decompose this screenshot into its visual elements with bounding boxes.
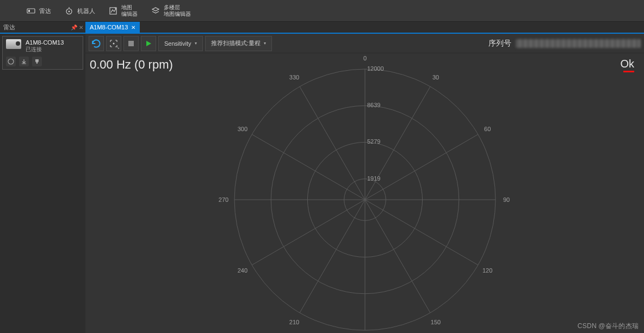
panel-title-bar: 雷达 📌 ✕ [0,23,85,32]
chevron-down-icon: ▾ [195,41,197,46]
menu-multifloor-editor[interactable]: 多楼层 地图编辑器 [145,2,196,19]
svg-text:30: 30 [432,74,438,81]
sensitivity-label: Sensitivity [164,40,191,47]
device-settings-button[interactable] [6,57,16,66]
svg-text:60: 60 [484,126,491,132]
svg-rect-8 [128,41,134,46]
svg-point-7 [113,42,115,44]
menu-robot[interactable]: 机器人 [59,4,101,18]
svg-text:300: 300 [237,126,247,132]
chevron-down-icon: ▾ [264,41,266,46]
menu-radar[interactable]: 雷达 [21,4,57,18]
sidebar: A1M8-COM13 已连接 [0,34,85,333]
radar-icon [26,6,36,16]
robot-icon [64,6,74,16]
app-icon-spacer [4,0,18,21]
menu-robot-label: 机器人 [77,8,95,14]
svg-text:270: 270 [218,196,228,203]
svg-text:150: 150 [430,319,440,325]
svg-text:330: 330 [289,74,299,81]
menu-radar-label: 雷达 [39,8,51,14]
serial-label: 序列号 [488,39,511,48]
device-state: 已连接 [26,46,64,53]
svg-text:5279: 5279 [367,138,380,145]
serial-value-redacted [516,39,641,48]
svg-text:120: 120 [482,267,492,274]
svg-text:90: 90 [503,196,509,203]
svg-text:240: 240 [237,267,247,274]
svg-text:0: 0 [363,55,366,61]
svg-text:1919: 1919 [367,175,380,182]
svg-text:210: 210 [289,319,299,325]
panel-pin-close[interactable]: 📌 ✕ [71,24,83,30]
refresh-button[interactable] [89,36,104,51]
tab-close-icon[interactable]: ✕ [131,24,135,30]
device-card[interactable]: A1M8-COM13 已连接 [2,36,83,70]
layers-icon [151,6,160,16]
device-trophy-button[interactable] [32,57,42,66]
menu-map-editor[interactable]: 地图 编辑器 [103,2,143,19]
device-thumbnail [6,39,21,49]
panel-title: 雷达 [3,23,15,32]
polar-plot[interactable]: 0306090120150180210240270300330191952798… [85,55,644,333]
menu-multifloor-editor-label: 多楼层 地图编辑器 [164,4,191,17]
device-name: A1M8-COM13 [26,39,64,46]
menu-map-editor-label: 地图 编辑器 [121,4,138,17]
subbar: 雷达 📌 ✕ A1M8-COM13 ✕ [0,22,644,33]
stop-button[interactable] [123,36,139,51]
menubar: 雷达 机器人 地图 编辑器 多楼层 地图编辑器 [0,0,644,22]
svg-point-6 [8,59,14,64]
svg-text:8639: 8639 [367,102,380,108]
svg-rect-1 [28,10,30,12]
device-download-button[interactable] [19,57,29,66]
scan-mode-label: 推荐扫描模式:量程 [211,39,261,47]
svg-text:12000: 12000 [367,65,384,72]
document-tab[interactable]: A1M8-COM13 ✕ [85,22,140,33]
content: ↘ Sensitivity ▾ 推荐扫描模式:量程 ▾ 序列号 0.00 Hz … [85,34,644,333]
watermark: CSDN @奋斗的杰瑞 [578,322,639,331]
map-icon [108,6,118,16]
focus-center-button[interactable]: ↘ [106,36,121,51]
svg-point-3 [69,10,70,12]
main: A1M8-COM13 已连接 [0,33,644,333]
play-button[interactable] [141,36,156,51]
tab-label: A1M8-COM13 [90,24,128,30]
